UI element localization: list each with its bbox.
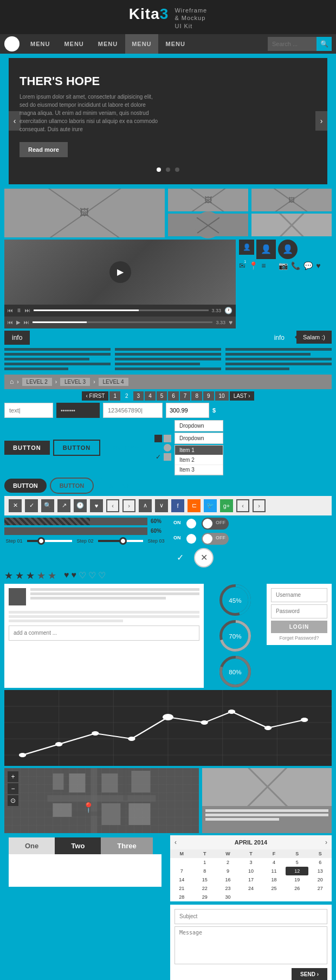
username-input[interactable] (271, 588, 327, 602)
star-3[interactable]: ★ (26, 570, 35, 582)
tab-two[interactable]: Two (55, 837, 101, 854)
cal-day[interactable] (262, 893, 286, 901)
down-icon-box[interactable]: ∨ (155, 499, 168, 512)
cal-day[interactable]: 2 (216, 858, 240, 867)
cal-day[interactable]: 23 (216, 884, 240, 893)
rewind2-icon[interactable]: ⏮ (8, 319, 13, 325)
cal-day[interactable]: 28 (170, 893, 193, 901)
map-settings[interactable]: ⊙ (8, 795, 18, 806)
page-btn-2[interactable]: 2 (121, 391, 132, 401)
heart-icon[interactable]: ♥ (229, 319, 232, 326)
nav-menu-1[interactable]: MENU (24, 34, 56, 54)
cal-day[interactable]: 10 (240, 867, 263, 875)
number-input[interactable] (103, 403, 163, 418)
radio-1[interactable] (154, 444, 162, 452)
page-btn-5[interactable]: 5 (157, 391, 167, 401)
comment-input[interactable] (9, 626, 199, 641)
dropdown-item-2[interactable]: Item 2 (175, 455, 223, 465)
password-input[interactable] (271, 604, 327, 618)
cal-day[interactable]: 15 (193, 875, 217, 884)
rewind-icon[interactable]: ⏮ (8, 307, 13, 313)
password-input[interactable] (56, 403, 100, 418)
slider-track-1[interactable] (27, 540, 72, 542)
hero-prev-arrow[interactable]: ‹ (9, 111, 21, 131)
star-1[interactable]: ★ (4, 570, 13, 582)
cal-day[interactable]: 1 (193, 858, 217, 867)
forgot-password-link[interactable]: Forget Password? (271, 635, 327, 641)
forward-icon[interactable]: ⏭ (25, 307, 30, 313)
checkbox-4[interactable] (164, 453, 171, 461)
cal-day[interactable]: 19 (286, 875, 309, 884)
breadcrumb-item-2[interactable]: LEVEL 2 (22, 378, 52, 386)
breadcrumb-item-3[interactable]: LEVEL 3 (60, 378, 90, 386)
page-btn-8[interactable]: 8 (191, 391, 202, 401)
button-outline-1[interactable]: BUTTON (53, 440, 101, 456)
pause-icon[interactable]: ⏸ (16, 307, 22, 313)
cal-day[interactable]: 25 (262, 884, 286, 893)
cal-day[interactable] (240, 893, 263, 901)
nav-menu-5[interactable]: MENU (159, 34, 192, 54)
button-dark-1[interactable]: BUTTON (4, 441, 50, 455)
star-4[interactable]: ★ (37, 570, 46, 582)
heart-5[interactable]: ♡ (98, 570, 106, 581)
checkbox-3[interactable]: ✓ (154, 453, 162, 461)
prev-icon-box[interactable]: ‹ (236, 499, 249, 512)
cal-day[interactable]: 17 (240, 875, 263, 884)
twitter-icon-box[interactable]: 🐦 (204, 499, 217, 512)
page-btn-6[interactable]: 6 (168, 391, 179, 401)
page-btn-3[interactable]: 3 (133, 391, 144, 401)
page-last-btn[interactable]: LAST › (230, 391, 254, 401)
button-dark-round-1[interactable]: BUTTON (4, 479, 47, 493)
tab-one[interactable]: One (9, 837, 55, 854)
cal-day[interactable]: 26 (286, 884, 309, 893)
video-progress2[interactable] (33, 321, 212, 323)
cal-day[interactable]: 22 (193, 884, 217, 893)
cal-day[interactable]: 14 (170, 875, 193, 884)
star-2[interactable]: ★ (15, 570, 24, 582)
heart-1[interactable]: ♥ (64, 570, 69, 581)
home-icon[interactable]: ⌂ (10, 378, 14, 385)
button-blue-round-1[interactable]: BUTTON (97, 478, 141, 494)
cal-day[interactable]: 5 (286, 858, 309, 867)
cal-prev-btn[interactable]: ‹ (175, 839, 177, 846)
search-icon-box[interactable]: 🔍 (41, 499, 54, 512)
checkbox-1[interactable]: ✓ (154, 435, 162, 442)
up-icon-box[interactable]: ∧ (139, 499, 152, 512)
star-5[interactable]: ★ (48, 570, 56, 582)
message-textarea[interactable] (175, 926, 327, 964)
share-icon-box[interactable]: ↗ (57, 499, 70, 512)
cal-day[interactable]: 13 (308, 867, 332, 875)
checkbox-2[interactable] (164, 435, 171, 442)
cal-day[interactable]: 7 (170, 867, 193, 875)
button-outline-blue-1[interactable]: BUTTON (104, 440, 151, 456)
breadcrumb-item-4[interactable]: LEVEL 4 (99, 378, 128, 386)
cal-next-btn[interactable]: › (325, 839, 327, 846)
tab-three[interactable]: Three (101, 837, 152, 854)
heart-4[interactable]: ♡ (88, 570, 96, 581)
forward2-icon[interactable]: ⏭ (24, 319, 29, 325)
heart-2[interactable]: ♥ (72, 570, 77, 581)
subject-input[interactable] (175, 909, 327, 924)
button-outline-round-1[interactable]: BUTTON (50, 478, 94, 494)
toggle-on-2[interactable]: ON (170, 533, 197, 545)
map-zoom-out[interactable]: − (8, 783, 18, 794)
price-input[interactable] (166, 403, 209, 418)
gplus-icon-box[interactable]: g+ (220, 499, 233, 512)
cal-day[interactable]: 16 (216, 875, 240, 884)
video-progress[interactable] (34, 310, 209, 311)
dropdown-item-3[interactable]: Item 3 (175, 465, 223, 475)
cal-day[interactable]: 30 (216, 893, 240, 901)
rss-icon-box[interactable]: ⊏ (188, 499, 201, 512)
nav-menu-4[interactable]: MENU (125, 34, 158, 54)
cal-day[interactable]: 9 (216, 867, 240, 875)
slider-track-2[interactable] (98, 540, 143, 542)
send-button[interactable]: SEND › (292, 968, 327, 980)
nav-menu-2[interactable]: MENU (57, 34, 90, 54)
cal-day[interactable] (308, 893, 332, 901)
page-first-btn[interactable]: ‹ FIRST (82, 391, 108, 401)
cal-day[interactable]: 8 (193, 867, 217, 875)
check-toggle[interactable]: ✓ (170, 548, 190, 568)
cal-day[interactable]: 3 (240, 858, 263, 867)
cal-day-today[interactable]: 12 (286, 867, 309, 875)
cal-day[interactable]: 18 (262, 875, 286, 884)
